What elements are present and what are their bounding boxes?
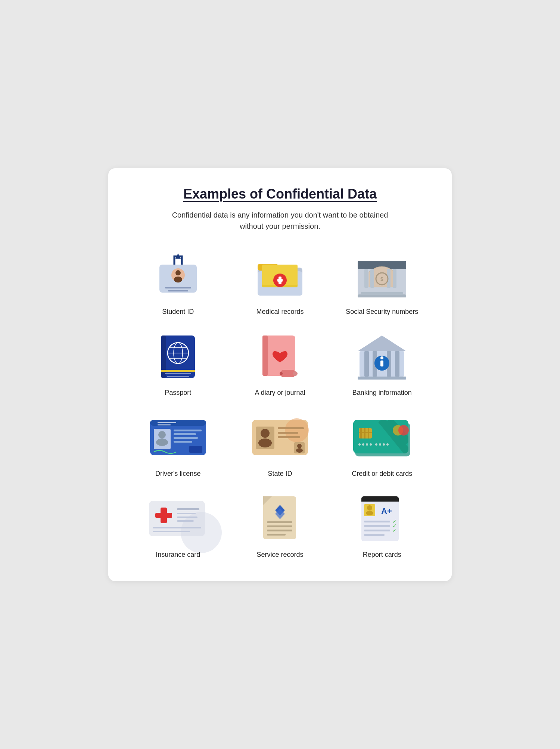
svg-rect-59: [174, 437, 198, 439]
svg-rect-102: [153, 531, 190, 532]
svg-rect-36: [262, 336, 268, 376]
svg-text:$: $: [380, 276, 383, 282]
banking-label: Banking information: [352, 389, 412, 397]
list-item: Driver's license: [131, 412, 225, 478]
svg-rect-21: [358, 294, 406, 297]
medical-records-label: Medical records: [256, 308, 304, 316]
svg-rect-53: [158, 424, 171, 425]
svg-rect-33: [165, 373, 191, 374]
drivers-license-label: Driver's license: [155, 470, 200, 478]
svg-rect-68: [278, 432, 298, 434]
svg-point-88: [379, 443, 381, 446]
list-item: $ Social Security numbers: [335, 250, 429, 316]
svg-rect-20: [393, 269, 396, 288]
svg-rect-96: [161, 508, 167, 523]
svg-point-48: [380, 356, 383, 359]
medical-records-icon: [248, 250, 312, 302]
svg-rect-61: [189, 446, 202, 453]
svg-rect-18: [370, 269, 374, 288]
svg-rect-5: [165, 287, 191, 288]
svg-rect-45: [395, 351, 399, 377]
svg-rect-122: [364, 530, 390, 531]
svg-rect-101: [153, 527, 201, 528]
svg-point-90: [386, 443, 389, 446]
svg-rect-67: [278, 427, 304, 429]
svg-point-38: [280, 372, 283, 375]
svg-text:A+: A+: [381, 506, 392, 516]
social-security-label: Social Security numbers: [346, 308, 418, 316]
svg-point-87: [375, 443, 377, 446]
svg-rect-107: [267, 521, 292, 523]
svg-rect-108: [267, 525, 292, 527]
svg-rect-57: [174, 430, 202, 431]
list-item: Medical records: [233, 250, 327, 316]
svg-point-71: [297, 444, 302, 448]
insurance-card-label: Insurance card: [156, 551, 200, 559]
svg-rect-34: [167, 376, 189, 377]
svg-point-72: [296, 448, 303, 453]
svg-point-85: [366, 443, 368, 446]
diary-icon: [248, 331, 312, 383]
svg-marker-41: [358, 336, 406, 351]
svg-rect-6: [168, 290, 188, 291]
svg-point-83: [358, 443, 361, 446]
svg-point-116: [366, 511, 373, 515]
svg-rect-58: [174, 433, 196, 435]
svg-rect-52: [158, 422, 176, 423]
svg-rect-82: [359, 432, 372, 433]
svg-rect-17: [364, 269, 368, 288]
diary-label: A diary or journal: [255, 389, 305, 397]
passport-label: Passport: [165, 389, 191, 397]
svg-point-55: [158, 431, 166, 439]
svg-point-89: [383, 443, 385, 446]
page-subtitle: Confidential data is any information you…: [168, 209, 392, 232]
svg-rect-109: [267, 530, 292, 531]
svg-rect-110: [267, 534, 286, 536]
report-cards-label: Report cards: [363, 551, 401, 559]
banking-icon: [350, 331, 414, 383]
social-security-icon: $: [350, 250, 414, 302]
list-item: State ID: [233, 412, 327, 478]
svg-point-56: [156, 439, 168, 446]
svg-point-65: [261, 429, 270, 438]
page-title: Examples of Confidential Data: [131, 186, 429, 202]
svg-rect-98: [177, 513, 196, 514]
svg-rect-14: [279, 277, 281, 284]
svg-point-92: [398, 425, 409, 436]
svg-point-115: [367, 505, 372, 511]
state-id-icon: [248, 412, 312, 464]
student-id-icon: [146, 250, 210, 302]
service-records-label: Service records: [256, 551, 303, 559]
state-id-label: State ID: [268, 470, 292, 478]
svg-point-66: [258, 439, 272, 447]
svg-point-86: [370, 443, 372, 446]
list-item: A+ ✓ ✓ ✓ Report cards: [335, 493, 429, 559]
list-item: A diary or journal: [233, 331, 327, 397]
list-item: Credit or debit cards: [335, 412, 429, 478]
list-item: Student ID: [131, 250, 225, 316]
svg-rect-97: [177, 508, 199, 510]
svg-rect-118: [364, 521, 390, 522]
svg-point-39: [293, 371, 298, 376]
svg-text:✓: ✓: [392, 527, 397, 533]
svg-point-94: [181, 512, 222, 553]
credit-cards-label: Credit or debit cards: [352, 470, 412, 478]
student-id-label: Student ID: [162, 308, 194, 316]
svg-rect-120: [364, 525, 390, 527]
insurance-card-icon: [146, 493, 210, 545]
svg-rect-42: [364, 351, 369, 377]
credit-cards-icon: [350, 412, 414, 464]
items-grid: Student ID: [131, 250, 429, 559]
svg-rect-100: [177, 520, 194, 522]
list-item: Service records: [233, 493, 327, 559]
list-item: Banking information: [335, 331, 429, 397]
svg-rect-124: [364, 534, 385, 536]
svg-rect-60: [174, 441, 192, 443]
drivers-license-icon: [146, 412, 210, 464]
passport-icon: [146, 331, 210, 383]
svg-point-3: [175, 270, 181, 275]
svg-rect-99: [177, 517, 197, 518]
svg-point-63: [285, 418, 309, 442]
report-cards-icon: A+ ✓ ✓ ✓: [350, 493, 414, 545]
svg-rect-22: [361, 292, 403, 295]
